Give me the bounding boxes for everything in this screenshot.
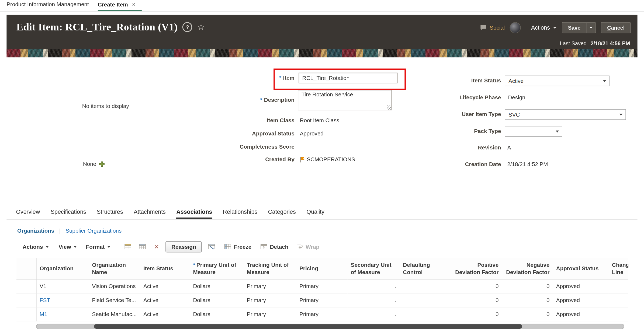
divider: | xyxy=(59,228,61,234)
chevron-down-icon xyxy=(556,130,559,132)
row-selector[interactable] xyxy=(16,293,36,307)
tracking-uom-cell: Primary xyxy=(244,293,296,307)
change-line-cell xyxy=(609,307,628,321)
freeze-button[interactable]: Freeze xyxy=(224,243,251,250)
help-icon[interactable]: ? xyxy=(182,22,192,32)
header-actions-menu[interactable]: Actions xyxy=(531,24,557,31)
detach-button[interactable]: Detach xyxy=(261,243,289,250)
tracking-uom-cell: Primary xyxy=(244,279,296,293)
tab-associations[interactable]: Associations xyxy=(176,208,212,219)
column-header-positive-deviation[interactable]: Positive Deviation Factor xyxy=(451,258,502,279)
change-line-cell xyxy=(609,293,628,307)
table-row[interactable]: FST Field Service Te... Active Dollars P… xyxy=(16,293,628,307)
item-label: *Item xyxy=(156,73,295,83)
column-header-tracking-uom[interactable]: Tracking Unit of Measure xyxy=(244,258,296,279)
toolbar-view-menu[interactable]: View xyxy=(58,244,77,250)
application-window: Product Information Management Create It… xyxy=(0,0,644,336)
column-header-defaulting-control[interactable]: Defaulting Control xyxy=(400,258,451,279)
flag-icon xyxy=(300,156,305,162)
scrollbar-thumb[interactable] xyxy=(94,324,522,329)
pack-type-label: Pack Type xyxy=(403,126,501,137)
tab-relationships[interactable]: Relationships xyxy=(223,208,257,219)
tab-product-information-management[interactable]: Product Information Management xyxy=(6,1,89,8)
tab-overview[interactable]: Overview xyxy=(16,208,40,219)
none-attachment-row: None xyxy=(83,161,105,167)
column-header-organization[interactable]: Organization xyxy=(36,258,89,279)
column-header-primary-uom[interactable]: *Primary Unit of Measure xyxy=(190,258,244,279)
organization-cell: M1 xyxy=(36,307,89,321)
row-selector[interactable] xyxy=(16,279,36,293)
column-header-item-status[interactable]: Item Status xyxy=(140,258,190,279)
organization-link[interactable]: FST xyxy=(40,297,50,303)
close-icon[interactable]: × xyxy=(132,1,135,8)
chevron-down-icon xyxy=(45,246,49,248)
column-header-negative-deviation[interactable]: Negative Deviation Factor xyxy=(502,258,553,279)
row-selector[interactable] xyxy=(16,307,36,321)
no-items-message: No items to display xyxy=(82,103,129,109)
row-selector-header xyxy=(16,258,36,279)
association-subtabs: Organizations | Supplier Organizations xyxy=(17,228,638,234)
table-row[interactable]: V1 Vision Operations Active Dollars Prim… xyxy=(16,279,628,293)
tab-structures[interactable]: Structures xyxy=(97,208,123,219)
tab-categories[interactable]: Categories xyxy=(268,208,296,219)
chevron-down-icon xyxy=(603,80,606,82)
description-input[interactable]: Tire Rotation Service xyxy=(298,90,392,110)
created-by-value: SCMOPERATIONS xyxy=(307,156,355,163)
change-line-cell xyxy=(609,279,628,293)
resize-grip-icon[interactable] xyxy=(387,106,391,110)
column-header-approval-status[interactable]: Approval Status xyxy=(553,258,609,279)
detach-icon xyxy=(261,243,268,250)
revision-value: A xyxy=(507,145,511,151)
chevron-down-icon xyxy=(590,27,593,28)
social-button[interactable]: Social xyxy=(480,24,505,31)
column-header-pricing[interactable]: Pricing xyxy=(296,258,348,279)
query-by-example-icon[interactable] xyxy=(208,243,215,250)
delete-icon[interactable]: ✕ xyxy=(154,244,159,250)
table-copy-icon[interactable] xyxy=(139,243,146,250)
social-network-icon[interactable] xyxy=(510,22,521,33)
defaulting-control-cell xyxy=(400,293,451,307)
column-header-secondary-uom[interactable]: Secondary Unit of Measure xyxy=(347,258,400,279)
defaulting-control-cell xyxy=(400,279,451,293)
table-header-row: Organization Organization Name Item Stat… xyxy=(16,258,628,279)
wrap-button[interactable]: Wrap xyxy=(297,244,320,250)
user-item-type-label: User Item Type xyxy=(403,109,501,120)
lifecycle-phase-value: Design xyxy=(508,94,525,101)
item-status-label: Item Status xyxy=(403,75,501,86)
save-button[interactable]: Save xyxy=(562,22,586,33)
approval-status-cell: Approved xyxy=(553,293,609,307)
column-header-change-line[interactable]: Change Line xyxy=(609,258,628,279)
pack-type-select[interactable] xyxy=(505,126,562,137)
tab-create-item[interactable]: Create Item × xyxy=(98,1,136,8)
last-saved-value: 2/18/21 4:56 PM xyxy=(591,40,630,46)
toolbar-actions-menu[interactable]: Actions xyxy=(23,244,49,250)
negative-deviation-cell: 0 xyxy=(502,307,553,321)
table-row[interactable]: M1 Seattle Manufac... Active Dollars Pri… xyxy=(16,307,628,321)
last-saved: Last Saved 2/18/21 4:56 PM xyxy=(560,40,630,46)
organization-name-cell: Vision Operations xyxy=(89,279,140,293)
subtab-organizations[interactable]: Organizations xyxy=(17,228,54,234)
table-new-icon[interactable] xyxy=(124,243,131,250)
required-icon: * xyxy=(193,262,195,268)
approval-status-label: Approval Status xyxy=(156,131,295,137)
item-status-select[interactable]: Active xyxy=(505,75,610,86)
wrap-icon xyxy=(297,244,303,249)
user-item-type-select[interactable]: SVC xyxy=(505,109,626,120)
detail-tab-bar: Overview Specifications Structures Attac… xyxy=(6,206,637,220)
tab-specifications[interactable]: Specifications xyxy=(51,208,86,219)
favorite-star-icon[interactable]: ☆ xyxy=(197,23,205,31)
reassign-button[interactable]: Reassign xyxy=(166,241,202,252)
organization-link[interactable]: M1 xyxy=(40,311,47,317)
secondary-uom-cell: . xyxy=(347,279,400,293)
tab-quality[interactable]: Quality xyxy=(307,208,324,219)
item-input[interactable] xyxy=(299,73,397,83)
save-dropdown-button[interactable] xyxy=(586,22,596,33)
tab-attachments[interactable]: Attachments xyxy=(134,208,166,219)
created-by-label: Created By xyxy=(156,156,295,163)
toolbar-format-menu[interactable]: Format xyxy=(86,244,110,250)
add-plus-icon[interactable] xyxy=(99,161,105,167)
subtab-supplier-organizations[interactable]: Supplier Organizations xyxy=(65,228,122,234)
horizontal-scrollbar[interactable] xyxy=(36,324,624,329)
column-header-organization-name[interactable]: Organization Name xyxy=(89,258,140,279)
cancel-button[interactable]: Cancel xyxy=(607,24,625,31)
